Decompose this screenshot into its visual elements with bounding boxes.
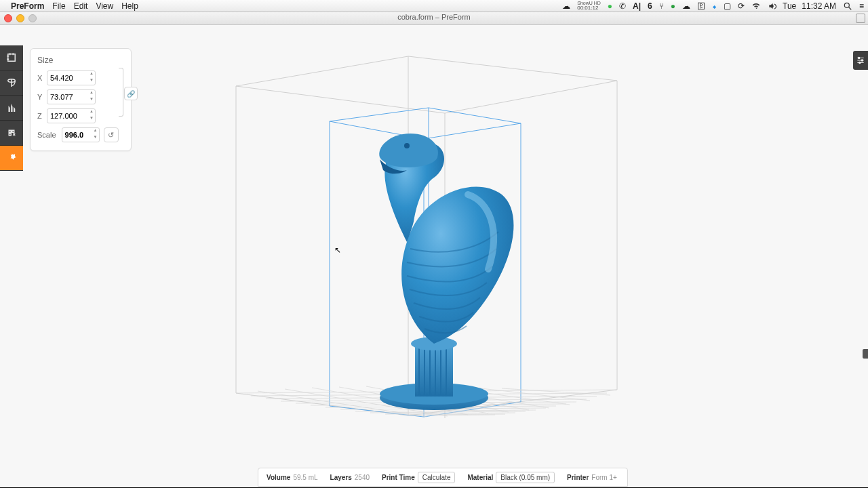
layers-value: 2540 bbox=[355, 474, 370, 481]
printer-value: Form 1+ bbox=[591, 474, 617, 481]
svg-point-34 bbox=[411, 337, 457, 350]
z-step-up[interactable]: ▲ bbox=[88, 109, 95, 116]
mouse-cursor: ↖ bbox=[334, 245, 341, 255]
badge-count[interactable]: 6 bbox=[648, 1, 652, 11]
svg-rect-36 bbox=[8, 54, 16, 62]
x-step-up[interactable]: ▲ bbox=[88, 71, 95, 78]
svg-line-1 bbox=[849, 7, 852, 9]
link-bracket bbox=[119, 68, 123, 117]
status-bar: Volume 59.5 mL Layers 2540 Print Time Ca… bbox=[258, 468, 628, 487]
svg-point-39 bbox=[861, 60, 863, 61]
svg-point-0 bbox=[844, 3, 849, 7]
svg-line-11 bbox=[370, 411, 526, 413]
svg-line-16 bbox=[285, 389, 448, 416]
one-click-print-button[interactable] bbox=[0, 146, 23, 171]
svg-line-23 bbox=[475, 388, 590, 401]
scale-label: Scale bbox=[37, 131, 56, 139]
menu-file[interactable]: File bbox=[52, 1, 65, 11]
clock-day[interactable]: Tue bbox=[783, 1, 796, 11]
chat-icon[interactable]: ☁ bbox=[682, 1, 690, 11]
svg-point-25 bbox=[380, 386, 488, 410]
svg-line-5 bbox=[281, 399, 587, 401]
material-label: Material bbox=[467, 474, 493, 481]
svg-line-6 bbox=[296, 402, 576, 403]
display-icon[interactable]: ▢ bbox=[724, 1, 731, 11]
branch-icon[interactable]: ⑂ bbox=[659, 1, 664, 11]
spotlight-icon[interactable] bbox=[843, 1, 852, 11]
svg-rect-27 bbox=[415, 344, 453, 396]
left-toolbar bbox=[0, 45, 23, 171]
x-label: X bbox=[37, 74, 47, 82]
layout-tool-button[interactable] bbox=[0, 121, 23, 146]
printtime-label: Print Time bbox=[382, 474, 415, 481]
cloud-icon[interactable]: ☁ bbox=[562, 1, 570, 11]
svg-line-19 bbox=[366, 386, 509, 412]
timer-icon[interactable]: ShowU HD 00:01:12 bbox=[577, 1, 601, 11]
svg-line-13 bbox=[400, 414, 505, 415]
skype-icon[interactable]: ✆ bbox=[619, 1, 626, 11]
right-panel-handle[interactable] bbox=[863, 349, 868, 359]
z-label: Z bbox=[37, 112, 47, 120]
svg-line-3 bbox=[251, 393, 607, 396]
svg-line-7 bbox=[311, 404, 566, 405]
size-tool-button[interactable] bbox=[0, 45, 23, 70]
svg-point-35 bbox=[404, 143, 410, 148]
window-title: cobra.form – PreForm bbox=[0, 13, 868, 21]
svg-point-26 bbox=[380, 383, 488, 405]
svg-line-20 bbox=[393, 386, 529, 410]
svg-line-17 bbox=[312, 388, 468, 415]
menu-edit[interactable]: Edit bbox=[74, 1, 88, 11]
svg-line-4 bbox=[266, 396, 597, 399]
svg-line-24 bbox=[502, 388, 610, 395]
clock-time[interactable]: 11:32 AM bbox=[802, 1, 836, 11]
y-step-up[interactable]: ▲ bbox=[88, 90, 95, 97]
calculate-button[interactable]: Calculate bbox=[418, 472, 456, 483]
scale-step-up[interactable]: ▲ bbox=[92, 128, 99, 135]
y-step-down[interactable]: ▼ bbox=[88, 97, 95, 104]
status-dot-icon[interactable]: ● bbox=[608, 1, 612, 11]
svg-line-12 bbox=[385, 413, 515, 414]
adobe-icon[interactable]: A| bbox=[633, 1, 641, 11]
scale-reset-button[interactable]: ↺ bbox=[104, 127, 119, 142]
layer-slider-toggle[interactable] bbox=[853, 51, 868, 70]
link-axes-button[interactable]: 🔗 bbox=[124, 87, 138, 100]
svg-line-18 bbox=[339, 387, 488, 413]
svg-line-14 bbox=[408, 415, 495, 415]
workspace[interactable]: ↖ Size X ▲▼ Y bbox=[0, 25, 868, 488]
svg-point-38 bbox=[859, 57, 860, 58]
svg-line-15 bbox=[258, 391, 427, 417]
svg-line-22 bbox=[448, 388, 570, 405]
supports-tool-button[interactable] bbox=[0, 96, 23, 121]
window-fullscreen-button[interactable] bbox=[856, 14, 865, 23]
scale-step-down[interactable]: ▼ bbox=[92, 135, 99, 142]
notification-icon[interactable]: ≡ bbox=[859, 1, 864, 11]
app-menu[interactable]: PreForm bbox=[11, 1, 44, 11]
z-step-down[interactable]: ▼ bbox=[88, 116, 95, 123]
svg-line-2 bbox=[236, 390, 617, 393]
x-step-down[interactable]: ▼ bbox=[88, 78, 95, 85]
wifi-icon[interactable] bbox=[751, 1, 761, 11]
macos-menubar: PreForm File Edit View Help ☁ ShowU HD 0… bbox=[0, 0, 868, 12]
volume-label: Volume bbox=[267, 474, 290, 481]
key-icon[interactable]: ⚿ bbox=[697, 1, 705, 11]
green-dot-icon[interactable]: ● bbox=[671, 1, 675, 11]
material-select[interactable]: Black (0.05 mm) bbox=[496, 472, 555, 483]
size-panel: Size X ▲▼ Y ▲▼ Z ▲▼ 🔗 Scale bbox=[30, 48, 132, 151]
svg-line-21 bbox=[420, 387, 549, 408]
window-titlebar: cobra.form – PreForm bbox=[0, 12, 868, 25]
orient-tool-button[interactable] bbox=[0, 70, 23, 96]
layers-label: Layers bbox=[330, 474, 352, 481]
menu-help[interactable]: Help bbox=[121, 1, 138, 11]
dropbox-icon[interactable]: ⬥ bbox=[712, 1, 717, 11]
svg-point-40 bbox=[859, 62, 861, 63]
sync-icon[interactable]: ⟳ bbox=[738, 1, 745, 11]
printer-label: Printer bbox=[567, 474, 589, 481]
volume-icon[interactable] bbox=[768, 1, 777, 11]
size-panel-title: Size bbox=[37, 56, 124, 65]
menu-view[interactable]: View bbox=[96, 1, 113, 11]
svg-line-8 bbox=[326, 406, 556, 407]
svg-line-10 bbox=[355, 410, 536, 411]
svg-line-9 bbox=[340, 408, 546, 409]
y-label: Y bbox=[37, 93, 47, 101]
volume-value: 59.5 mL bbox=[293, 474, 317, 481]
